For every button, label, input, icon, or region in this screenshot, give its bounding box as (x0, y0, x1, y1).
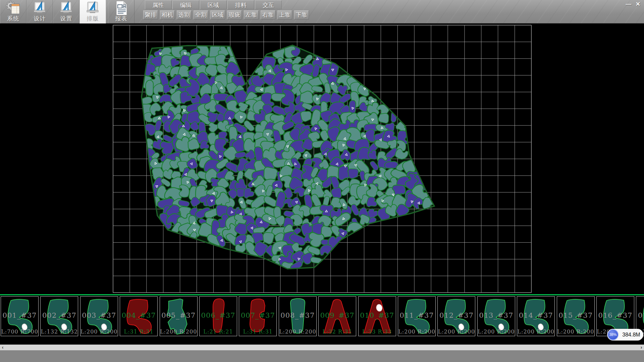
tool-button-9[interactable]: 上靠 (277, 10, 292, 19)
strip-divider (0, 294, 644, 295)
thumbnail-size: L:132 R:132 (41, 328, 78, 335)
thumbnail-name: 016_#37 (597, 311, 634, 319)
thumbnail-size: L:700 R:700 (1, 328, 38, 335)
thumbnail-size: L:31 R:31 (120, 328, 157, 335)
system-icon (6, 0, 21, 16)
thumbnail-size: L:200 R:200 (478, 328, 515, 335)
scroll-left-icon[interactable]: ‹ (0, 345, 5, 350)
thumbnail-cell-7[interactable]: 007_#37 L:31 R:31 (239, 296, 277, 336)
minimize-icon[interactable]: — (624, 1, 633, 8)
main-button-3[interactable]: 设置 (53, 0, 79, 23)
main-button-4[interactable]: 排版 (79, 0, 106, 23)
settings-icon (59, 0, 74, 16)
main-button-2[interactable]: 设计 (26, 0, 53, 23)
thumbnail-name: 002_#37 (41, 311, 78, 319)
design-icon (32, 0, 48, 16)
tool-button-8[interactable]: 右靠 (261, 10, 275, 19)
thumbnail-cell-8[interactable]: 008_#37 L:200 R:200 (279, 296, 317, 336)
thumbnail-cell-2[interactable]: 002_#37 L:132 R:132 (40, 296, 78, 336)
tool-button-10[interactable]: 下靠 (294, 10, 309, 19)
thumbnail-name: 011_#37 (398, 311, 435, 319)
thumbnail-name: 012_#37 (438, 311, 475, 319)
thumbnail-cell-15[interactable]: 015_#37 L:200 R:200 (557, 296, 595, 336)
toolbar: 系统 设计 设置 排版 (0, 0, 644, 23)
thumbnail-cell-1[interactable]: 001_#37 L:700 R:700 (1, 296, 39, 336)
thumbnail-cell-5[interactable]: 005_#37 L:200 R:200 (160, 296, 198, 336)
thumbnail-cell-10[interactable]: 010_#37 L:33 R:33 (358, 296, 396, 336)
nesting-canvas[interactable] (0, 23, 644, 294)
main-button-label: 排版 (80, 15, 106, 22)
window-controls: —✕ (624, 1, 643, 8)
tool-button-4[interactable]: 全割 (194, 10, 208, 19)
progress-circle: 38% (607, 329, 619, 340)
memory-value: 384.8M (621, 329, 642, 341)
thumbnail-size: L:32 R:31 (319, 328, 356, 335)
main-button-label: 设计 (27, 15, 53, 22)
thumbnail-name: 015_#37 (557, 311, 594, 319)
close-icon[interactable]: ✕ (633, 1, 643, 8)
menu-tab-3[interactable]: 区域 (200, 0, 227, 9)
thumbnail-cell-6[interactable]: 006_#37 L:21 R:21 (199, 296, 237, 336)
tool-button-bar: 聚排相机选割全割区域瑕疵左靠右靠上靠下靠 (143, 10, 311, 20)
window-bottom-edge (0, 350, 644, 362)
thumbnail-name: 008_#37 (279, 311, 316, 319)
tool-button-2[interactable]: 相机 (160, 10, 175, 19)
thumbnail-name: 009_#37 (319, 311, 356, 319)
main-button-label: 设置 (53, 15, 79, 22)
thumbnail-cell-13[interactable]: 013_#37 L:200 R:200 (477, 296, 515, 336)
report-icon (114, 0, 129, 16)
thumbnail-size: L:200 R:200 (160, 328, 197, 335)
thumbnail-size: L:200 R:200 (279, 328, 316, 335)
app-window: 系统 设计 设置 排版 (0, 0, 644, 362)
thumbnail-name: 006_#37 (200, 311, 237, 319)
horizontal-scrollbar[interactable]: ‹ › (0, 345, 644, 350)
menu-tab-1[interactable]: 属性 (145, 0, 172, 9)
main-button-label: 系统 (0, 15, 26, 22)
thumbnail-cell-9[interactable]: 009_#37 L:32 R:31 (318, 296, 356, 336)
piece-thumbnail-strip: 001_#37 L:700 R:700 002_#37 L:132 R:132 … (0, 294, 644, 345)
thumbnail-size: L:21 R:21 (200, 328, 237, 335)
main-button-label: 报表 (108, 15, 134, 22)
thumbnail-size: L:200 R:200 (517, 328, 554, 335)
thumbnail-cell-4[interactable]: 004_#37 L:31 R:31 (120, 296, 158, 336)
thumbnail-cell-11[interactable]: 011_#37 L:200 R:200 (398, 296, 436, 336)
thumbnail-cell-12[interactable]: 012_#37 L:200 R:200 (437, 296, 475, 336)
nesting-icon (85, 0, 101, 16)
tool-button-5[interactable]: 区域 (210, 10, 225, 19)
thumbnail-name: 001_#37 (1, 311, 38, 319)
thumbnail-name: 007_#37 (239, 311, 276, 319)
thumbnail-size: L:31 R:31 (239, 328, 276, 335)
thumbnail-size: L:200 R:200 (80, 328, 118, 335)
thumbnail-cell-14[interactable]: 014_#37 L:200 R:200 (517, 296, 555, 336)
thumbnail-size: L:200 R:200 (557, 328, 594, 335)
thumbnail-name: 013_#37 (478, 311, 515, 319)
main-button-1[interactable]: 系统 (0, 0, 26, 23)
thumbnail-name: 017_#37 (636, 311, 644, 319)
tool-button-1[interactable]: 聚排 (143, 10, 158, 19)
thumbnail-name: 004_#37 (120, 311, 157, 319)
tool-button-3[interactable]: 选割 (177, 10, 192, 19)
thumbnail-name: 005_#37 (160, 311, 197, 319)
memory-badge: 38% 384.8M (607, 329, 643, 341)
thumbnail-size: L:200 R:200 (398, 328, 435, 335)
scroll-right-icon[interactable]: › (639, 345, 644, 350)
menu-tab-5[interactable]: 交互 (255, 0, 282, 9)
main-button-5[interactable]: 报表 (108, 0, 135, 23)
thumbnail-name: 014_#37 (517, 311, 554, 319)
thumbnail-name: 010_#37 (359, 311, 396, 319)
thumbnail-size: L:200 R:200 (438, 328, 475, 335)
nesting-drawing (0, 23, 644, 294)
tool-button-7[interactable]: 左靠 (244, 10, 259, 19)
tool-button-6[interactable]: 瑕疵 (227, 10, 242, 19)
thumbnail-cell-3[interactable]: 003_#37 L:200 R:200 (80, 296, 118, 336)
menu-tab-bar: 属性编辑区域排料交互 (145, 0, 282, 10)
menu-tab-4[interactable]: 排料 (227, 0, 254, 9)
thumbnail-name: 003_#37 (80, 311, 118, 319)
menu-tab-2[interactable]: 编辑 (172, 0, 199, 9)
thumbnail-size: L:33 R:33 (359, 328, 396, 335)
